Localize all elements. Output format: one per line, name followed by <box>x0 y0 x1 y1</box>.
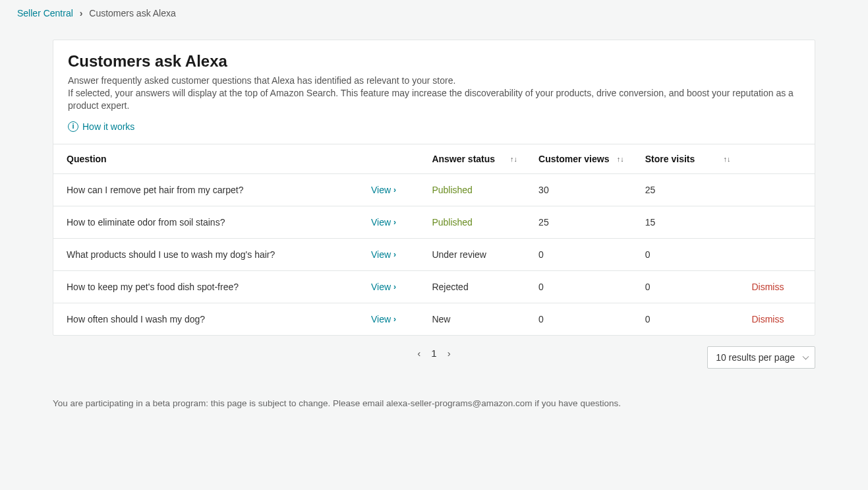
page-description-line2: If selected, your answers will display a… <box>68 87 800 112</box>
customer-views-cell: 25 <box>525 206 632 238</box>
card-header: Customers ask Alexa Answer frequently as… <box>53 40 815 144</box>
view-link[interactable]: View› <box>371 185 396 195</box>
info-icon: i <box>68 121 78 132</box>
table-row: How can I remove pet hair from my carpet… <box>53 173 815 206</box>
question-cell: How can I remove pet hair from my carpet… <box>53 173 358 206</box>
col-header-store-visits[interactable]: Store visits ↑↓ <box>632 144 739 174</box>
col-header-customer-views[interactable]: Customer views ↑↓ <box>525 144 632 174</box>
view-link[interactable]: View› <box>371 249 396 260</box>
pager: ‹ 1 › <box>417 348 450 359</box>
sort-icon: ↑↓ <box>617 155 624 163</box>
question-cell: How to eliminate odor from soil stains? <box>53 206 358 238</box>
view-link-label: View <box>371 314 391 324</box>
col-header-action <box>738 144 815 174</box>
results-per-page-select[interactable]: 10 results per page <box>707 346 815 369</box>
store-visits-cell: 0 <box>632 270 739 303</box>
status-label: New <box>432 314 450 324</box>
view-link[interactable]: View› <box>371 282 396 292</box>
col-header-answer-status-label: Answer status <box>432 154 495 164</box>
breadcrumb-separator: › <box>80 8 83 18</box>
breadcrumb-root-link[interactable]: Seller Central <box>17 8 73 18</box>
question-cell: How often should I wash my dog? <box>53 303 358 335</box>
view-link-label: View <box>371 282 391 292</box>
col-header-answer-status[interactable]: Answer status ↑↓ <box>419 144 525 174</box>
store-visits-cell: 15 <box>632 206 739 238</box>
status-label: Published <box>432 217 473 228</box>
table-row: How to keep my pet's food dish spot-free… <box>53 270 815 303</box>
breadcrumb-current: Customers ask Alexa <box>89 8 176 18</box>
customer-views-cell: 0 <box>525 238 632 270</box>
pager-next[interactable]: › <box>448 348 451 359</box>
view-link[interactable]: View› <box>371 314 396 324</box>
col-header-view <box>358 144 419 174</box>
how-it-works-link[interactable]: i How it works <box>68 121 134 132</box>
status-label: Published <box>432 185 473 195</box>
status-label: Under review <box>432 249 486 260</box>
sort-icon: ↑↓ <box>723 155 730 163</box>
pager-current: 1 <box>431 348 436 359</box>
page-root: Seller Central › Customers ask Alexa Cus… <box>0 0 868 435</box>
customer-views-cell: 0 <box>525 270 632 303</box>
chevron-right-icon: › <box>393 315 396 324</box>
table-row: How often should I wash my dog?View›New0… <box>53 303 815 335</box>
beta-note: You are participating in a beta program:… <box>53 398 815 408</box>
question-cell: What products should I use to wash my do… <box>53 238 358 270</box>
page-title: Customers ask Alexa <box>68 52 800 71</box>
chevron-right-icon: › <box>393 218 396 227</box>
chevron-right-icon: › <box>393 282 396 291</box>
pager-prev[interactable]: ‹ <box>417 348 420 359</box>
col-header-customer-views-label: Customer views <box>538 154 609 164</box>
how-it-works-label: How it works <box>82 121 134 132</box>
col-header-question: Question <box>53 144 358 174</box>
sort-icon: ↑↓ <box>510 155 517 163</box>
store-visits-cell: 0 <box>632 238 739 270</box>
view-link-label: View <box>371 185 391 195</box>
table-row: How to eliminate odor from soil stains?V… <box>53 206 815 238</box>
main-card: Customers ask Alexa Answer frequently as… <box>53 40 815 336</box>
question-cell: How to keep my pet's food dish spot-free… <box>53 270 358 303</box>
table-row: What products should I use to wash my do… <box>53 238 815 270</box>
chevron-right-icon: › <box>393 250 396 259</box>
chevron-right-icon: › <box>393 185 396 195</box>
dismiss-link[interactable]: Dismiss <box>751 282 784 292</box>
footer-controls: ‹ 1 › 10 results per page <box>53 348 815 359</box>
results-per-page-label: 10 results per page <box>716 352 795 363</box>
customer-views-cell: 0 <box>525 303 632 335</box>
view-link[interactable]: View› <box>371 217 396 228</box>
store-visits-cell: 25 <box>632 173 739 206</box>
status-label: Rejected <box>432 282 468 292</box>
page-description-line1: Answer frequently asked customer questio… <box>68 75 800 87</box>
breadcrumb: Seller Central › Customers ask Alexa <box>0 0 868 26</box>
questions-table: Question Answer status ↑↓ Customer views… <box>53 144 815 335</box>
customer-views-cell: 30 <box>525 173 632 206</box>
col-header-store-visits-label: Store visits <box>645 154 695 164</box>
view-link-label: View <box>371 249 391 260</box>
store-visits-cell: 0 <box>632 303 739 335</box>
view-link-label: View <box>371 217 391 228</box>
dismiss-link[interactable]: Dismiss <box>751 314 784 324</box>
